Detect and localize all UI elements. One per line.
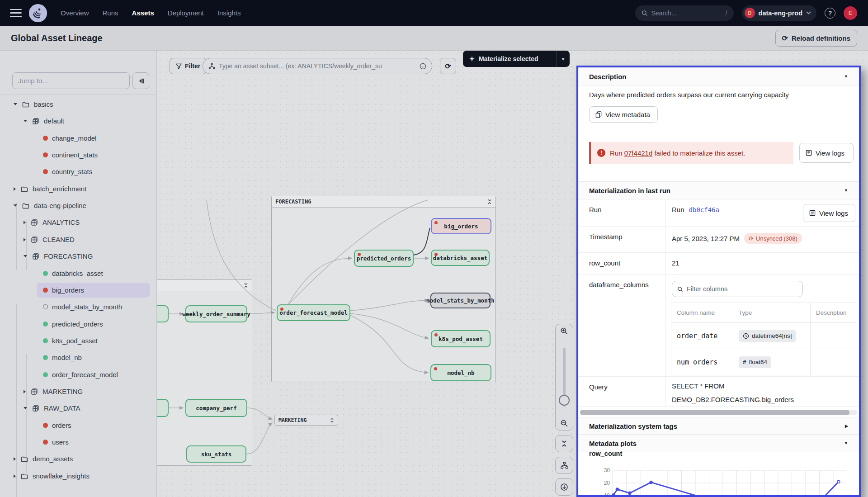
graph-node-company_perf[interactable]: company_perf <box>185 399 247 417</box>
sidebar-item-k8s_pod_asset[interactable]: k8s_pod_asset <box>0 332 157 349</box>
sidebar-item-demo_assets[interactable]: demo_assets <box>0 450 157 467</box>
section-materialization-system-tags[interactable]: Materialization system tags ▶ <box>578 417 859 435</box>
nav-item-runs[interactable]: Runs <box>103 9 118 17</box>
graph-node-partial_b[interactable] <box>157 399 169 417</box>
node-label: weekly_order_summary <box>182 311 250 317</box>
search-input[interactable] <box>651 9 710 17</box>
code-location-icon <box>32 118 39 125</box>
sidebar-item-predicted_orders[interactable]: predicted_orders <box>0 316 157 332</box>
tree-caret-icon[interactable] <box>14 103 17 105</box>
materialize-dropdown-caret[interactable]: ▾ <box>556 51 570 67</box>
collapse-group-icon[interactable] <box>244 283 248 288</box>
graph-node-partial_a[interactable] <box>157 305 169 322</box>
node-label: sku_stats <box>201 451 232 458</box>
tree-caret-icon[interactable] <box>14 204 17 207</box>
sidebar-item-raw_data[interactable]: RAW_DATA <box>0 400 157 417</box>
sidebar-item-users[interactable]: users <box>0 434 157 450</box>
graph-node-big_orders[interactable]: big_orders <box>431 218 491 234</box>
tree-caret-icon[interactable] <box>24 390 26 393</box>
graph-node-predicted_orders[interactable]: predicted_orders <box>354 250 414 267</box>
tree-caret-icon[interactable] <box>24 120 27 122</box>
sidebar-item-data-eng-pipeline[interactable]: data-eng-pipeline <box>0 197 157 214</box>
view-logs-button[interactable]: View logs <box>799 143 854 163</box>
filter-button[interactable]: Filter <box>170 58 207 74</box>
tree-caret-icon[interactable] <box>14 457 16 461</box>
sidebar-item-order_forecast_model[interactable]: order_forecast_model <box>0 366 157 383</box>
sidebar-item-label: model_nb <box>52 354 82 361</box>
kv-row-row-count: row_count 21 <box>578 253 859 275</box>
tree-caret-icon[interactable] <box>24 221 26 224</box>
collapse-group-icon[interactable] <box>487 199 492 204</box>
sidebar-item-country_stats[interactable]: country_stats <box>0 163 157 180</box>
sidebar-item-model_stats_by_month[interactable]: model_stats_by_month <box>0 298 157 315</box>
query-line-1: SELECT * FROM <box>672 379 794 393</box>
deployment-switcher[interactable]: D data-eng-prod <box>742 5 816 21</box>
graph-layout-button[interactable] <box>555 457 573 474</box>
sidebar-item-databricks_asset[interactable]: databricks_asset <box>0 265 157 282</box>
zoom-slider-handle[interactable] <box>559 395 570 406</box>
global-search[interactable]: / <box>635 5 734 21</box>
info-icon[interactable] <box>420 63 426 70</box>
failed-run-link[interactable]: 07f4421d <box>624 149 653 157</box>
run-id-link[interactable]: db0cf46a <box>689 206 719 213</box>
horizontal-scrollbar[interactable] <box>580 410 857 415</box>
recenter-button[interactable] <box>555 478 573 496</box>
view-logs-button[interactable]: View logs <box>803 204 855 222</box>
code-location-icon <box>31 388 38 395</box>
sidebar-item-big_orders[interactable]: big_orders <box>0 282 157 298</box>
sidebar-item-basics[interactable]: basics <box>0 96 157 113</box>
kv-row-dataframe-columns: dataframe_columns Column name Type Descr… <box>578 275 859 377</box>
sidebar-item-marketing[interactable]: MARKETING <box>0 383 157 400</box>
sidebar-item-model_nb[interactable]: model_nb <box>0 349 157 366</box>
graph-node-k8s_pod_asset[interactable]: k8s_pod_asset <box>431 330 491 347</box>
graph-node-model_stats_by_month[interactable]: model_stats_by_month <box>430 293 491 308</box>
nav-item-overview[interactable]: Overview <box>61 9 89 17</box>
sidebar-item-label: k8s_pod_asset <box>52 337 98 345</box>
asset-subset-input[interactable] <box>219 62 416 70</box>
refresh-graph-button[interactable]: ⟳ <box>440 58 456 74</box>
section-materialization-last-run[interactable]: Materialization in last run ▼ <box>578 181 859 199</box>
asset-group-marketing-collapsed[interactable]: MARKETING <box>274 415 338 426</box>
graph-node-model_nb[interactable]: model_nb <box>430 364 491 381</box>
sidebar-item-label: users <box>52 438 69 446</box>
sidebar-item-orders[interactable]: orders <box>0 417 157 434</box>
nav-item-assets[interactable]: Assets <box>132 9 154 17</box>
nav-item-deployment[interactable]: Deployment <box>168 9 204 17</box>
collapse-sidebar-button[interactable] <box>132 72 149 89</box>
copy-icon <box>595 111 602 118</box>
user-avatar[interactable]: E <box>844 6 857 20</box>
filter-columns-input[interactable] <box>687 285 797 293</box>
sidebar-item-forecasting[interactable]: FORECASTING <box>0 248 157 265</box>
graph-node-databricks_asset[interactable]: databricks_asset <box>431 250 490 266</box>
hamburger-menu-icon[interactable] <box>10 9 22 17</box>
sidebar-item-analytics[interactable]: ANALYTICS <box>0 214 157 231</box>
tree-caret-icon[interactable] <box>24 255 27 257</box>
graph-node-order_forecast_model[interactable]: order_forecast_model <box>277 304 350 321</box>
nav-item-insights[interactable]: Insights <box>217 9 241 17</box>
dagster-logo-icon[interactable] <box>29 4 47 22</box>
graph-node-sku_stats[interactable]: sku_stats <box>186 445 246 463</box>
sidebar-item-cleaned[interactable]: CLEANED <box>0 231 157 248</box>
sidebar-item-change_model[interactable]: change_model <box>0 130 157 147</box>
materialize-selected-button[interactable]: Materialize selected ▾ <box>463 51 570 67</box>
section-metadata-plots[interactable]: Metadata plots ▼ <box>578 434 859 452</box>
view-metadata-button[interactable]: View metadata <box>589 106 658 123</box>
zoom-out-icon[interactable] <box>560 419 568 427</box>
reload-definitions-button[interactable]: ⟳ Reload definitions <box>775 30 857 47</box>
tree-caret-icon[interactable] <box>24 238 26 241</box>
help-icon[interactable]: ? <box>825 8 835 19</box>
sidebar-item-batch_enrichment[interactable]: batch_enrichment <box>0 180 157 197</box>
section-description[interactable]: Description ▼ <box>578 67 859 85</box>
tree-caret-icon[interactable] <box>24 407 27 409</box>
collapse-all-groups-button[interactable] <box>555 435 573 452</box>
sidebar-item-snowflake_insights[interactable]: snowflake_insights <box>0 468 157 484</box>
zoom-slider[interactable] <box>563 348 566 407</box>
sidebar-item-default[interactable]: default <box>0 113 157 129</box>
graph-node-weekly_order_summary[interactable]: weekly_order_summary <box>185 305 247 322</box>
sidebar-item-continent_stats[interactable]: continent_stats <box>0 147 157 163</box>
jump-to-input[interactable] <box>12 72 130 89</box>
tree-caret-icon[interactable] <box>14 187 16 191</box>
tree-caret-icon[interactable] <box>14 474 16 478</box>
asset-status-dot <box>43 372 48 377</box>
zoom-in-icon[interactable] <box>560 327 568 335</box>
